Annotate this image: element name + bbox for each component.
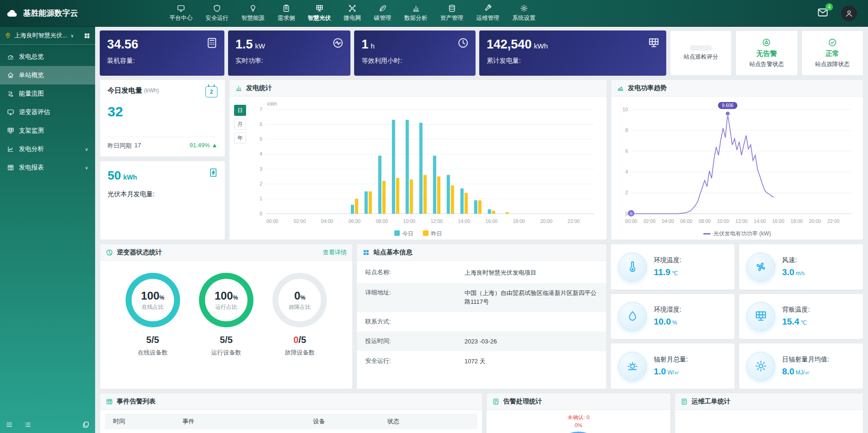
svg-text:18:00: 18:00 (790, 218, 802, 224)
svg-text:16:00: 16:00 (772, 218, 784, 224)
solar-panel-icon (315, 4, 324, 12)
gear-icon (520, 4, 528, 12)
unconfirmed-label: 未确认: 0 (567, 414, 589, 421)
svg-text:2: 2 (259, 181, 262, 186)
list-icon[interactable] (24, 421, 31, 428)
location-pin-icon (5, 32, 11, 39)
tab-month[interactable]: 月 (234, 119, 246, 130)
inverter-status-panel: 逆变器状态统计 查看详情 100% 在线占比 5/5 在线设备数 1 (100, 244, 353, 389)
fault-status-card: 正常 站点故障状态 (802, 30, 863, 76)
online-ratio-ring: 100% 在线占比 5/5 在线设备数 (126, 273, 180, 357)
collapse-menu-icon[interactable] (6, 421, 13, 428)
nav-analytics[interactable]: 数据分析 (398, 4, 434, 22)
sidebar-item-energy-flow[interactable]: 能量流图 (0, 84, 95, 103)
grid-view-icon[interactable] (84, 32, 90, 39)
today-generation-value: 32 (108, 104, 217, 120)
svg-text:16:00: 16:00 (485, 218, 497, 224)
unconfirmed-percent: 0% (575, 421, 583, 429)
bar-chart-icon (235, 84, 242, 92)
line-chart-legend: 光伏发电有功功率 (kW) (611, 228, 863, 240)
event-alarm-list-panel: 事件告警列表 时间 事件 设备 状态 (100, 393, 482, 433)
nav-ops[interactable]: 运维管理 (470, 4, 506, 22)
table-row: 联系方式: (357, 312, 606, 331)
details-row: 逆变器状态统计 查看详情 100% 在线占比 5/5 在线设备数 1 (100, 244, 863, 389)
event-table-header: 时间 事件 设备 状态 (105, 414, 477, 429)
station-info-panel: 站点基本信息 站点名称:上海良时智慧光伏发电项目 详细地址:中国（上海）自由贸易… (356, 244, 607, 389)
bottom-row: 事件告警列表 时间 事件 设备 状态 告警处理统计 未确认: 0 0% (100, 393, 863, 433)
svg-text:8: 8 (625, 127, 628, 133)
tab-day[interactable]: 日 (234, 105, 246, 116)
generation-statistics-panel: 发电统计 日 月 年 01234567kWh00:0002:0004:0006:… (229, 79, 607, 240)
sidebar-item-generation-analysis[interactable]: 发电分析∨ (0, 140, 95, 158)
today-legend-swatch (394, 230, 400, 236)
alarm-handling-panel: 告警处理统计 未确认: 0 0% (486, 393, 671, 433)
sidebar-item-inverter-evaluation[interactable]: 逆变器评估 (0, 103, 95, 121)
tab-year[interactable]: 年 (234, 132, 246, 144)
svg-text:6: 6 (625, 148, 628, 154)
document-bolt-icon (208, 168, 218, 178)
view-details-link[interactable]: 查看详情 (323, 248, 347, 257)
alarm-pie-chart (551, 432, 606, 433)
svg-text:10: 10 (622, 107, 628, 112)
document-icon (681, 398, 688, 405)
up-arrow-icon: ▲ (211, 142, 217, 149)
charts-row: 今日发电量 (kWh) 2 32 昨日同期 17 91.49% ▲ 50kWh … (100, 79, 863, 240)
nav-smart-pv[interactable]: 智慧光伏 (302, 4, 337, 22)
pulse-icon (332, 37, 344, 49)
nav-demand[interactable]: 需求侧 (271, 4, 301, 22)
sidebar-item-station-overview[interactable]: 单站概览 (0, 66, 95, 84)
sidebar-item-generation-overview[interactable]: 发电总览 (0, 48, 95, 66)
clipboard-icon (282, 4, 290, 12)
svg-text:22:00: 22:00 (827, 218, 839, 224)
svg-text:1: 1 (259, 196, 262, 201)
fan-icon (754, 260, 767, 273)
svg-text:0: 0 (630, 211, 632, 216)
nav-microgrid[interactable]: 微电网 (338, 4, 368, 22)
power-trend-panel: 发电功率趋势 024681000:0002:0004:0006:0008:001… (611, 79, 863, 240)
sidebar-item-generation-report[interactable]: 发电报表∨ (0, 158, 95, 177)
messages-button[interactable]: 4 (817, 7, 828, 20)
nav-carbon[interactable]: 碳管理 (368, 4, 398, 22)
sun-icon (754, 360, 767, 373)
month-generation-card: 50kWh 光伏本月发电量: (100, 161, 225, 240)
svg-text:5: 5 (259, 136, 262, 142)
sidebar-menu: 发电总览 单站概览 能量流图 逆变器评估 支架监测 发电分析∨ 发电报表∨ (0, 45, 95, 416)
env-wind-card: 风速:3.0m/s (739, 244, 863, 290)
env-panel-temp-card: 背板温度:15.4℃ (739, 294, 863, 340)
new-window-icon[interactable] (82, 421, 90, 428)
env-temperature-card: 环境温度:11.9℃ (610, 244, 735, 290)
wrench-icon (484, 4, 492, 12)
svg-text:06:00: 06:00 (680, 218, 692, 224)
svg-text:7: 7 (259, 107, 262, 112)
top-navigation-bar: 基胜能源数字云 平台中心 安全运行 智慧能源 需求侧 智慧光伏 微电网 碳管理 … (0, 0, 868, 27)
yesterday-value: 17 (134, 142, 141, 150)
nav-platform[interactable]: 平台中心 (163, 4, 199, 22)
sidebar-footer (0, 416, 95, 433)
env-humidity-card: 环境湿度:10.0% (610, 294, 735, 340)
bar-chart-icon (412, 4, 420, 12)
gauge-icon (7, 53, 14, 60)
svg-text:12:00: 12:00 (735, 218, 747, 224)
cloud-logo-icon (6, 7, 18, 19)
growth-percent: 91.49% ▲ (189, 142, 217, 150)
monitor-icon (7, 108, 14, 116)
app-title: 基胜能源数字云 (23, 8, 78, 18)
nav-settings[interactable]: 系统设置 (506, 4, 542, 22)
station-selector[interactable]: 上海良时智慧光伏... ∨ (0, 27, 95, 45)
main-nav: 平台中心 安全运行 智慧能源 需求侧 智慧光伏 微电网 碳管理 数据分析 资产管… (163, 0, 542, 26)
inspection-score-placeholder (690, 45, 712, 51)
user-avatar[interactable] (841, 6, 857, 21)
nav-energy[interactable]: 智慧能源 (235, 4, 271, 22)
svg-text:04:00: 04:00 (662, 218, 674, 224)
svg-text:06:00: 06:00 (349, 218, 361, 224)
thermometer-icon (626, 260, 639, 273)
svg-text:00:00: 00:00 (625, 218, 637, 224)
env-daily-radiation-card: 日辐射量月均值:8.0MJ/㎡ (739, 343, 863, 389)
meter-icon (206, 37, 218, 49)
check-circle-icon (828, 38, 837, 47)
svg-text:00:00: 00:00 (266, 218, 278, 224)
sidebar-item-bracket-monitoring[interactable]: 支架监测 (0, 121, 95, 140)
svg-text:4: 4 (259, 151, 262, 156)
nav-safety[interactable]: 安全运行 (199, 4, 235, 22)
nav-assets[interactable]: 资产管理 (434, 4, 470, 22)
